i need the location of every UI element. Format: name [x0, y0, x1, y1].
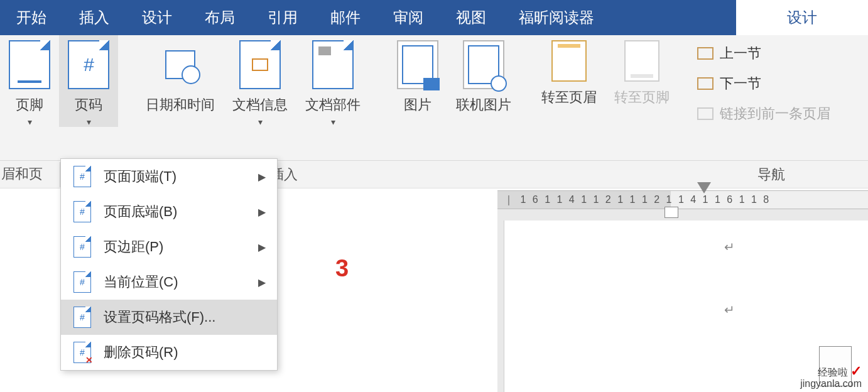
ruler-marks: ｜ 1 6 1 1 4 1 1 2 1 1 1 2 1 1 4 1 1 6 1 …	[504, 193, 771, 207]
next-section-icon	[697, 77, 713, 90]
goto-header-button[interactable]: 转至页眉	[533, 35, 605, 107]
format-page-icon: #	[73, 307, 91, 328]
remove-page-icon: #	[73, 342, 91, 363]
docinfo-button[interactable]: 文档信息 ▾	[224, 35, 296, 127]
datetime-icon	[160, 40, 201, 89]
chevron-down-icon: ▾	[87, 117, 91, 127]
menu-bottom-of-page[interactable]: # 页面底端(B) ▶	[61, 194, 277, 229]
docparts-button[interactable]: 文档部件 ▾	[296, 35, 369, 127]
chevron-right-icon: ▶	[258, 276, 266, 288]
picture-icon	[397, 40, 438, 89]
footer-button[interactable]: 页脚 ▾	[0, 35, 59, 127]
goto-header-icon	[551, 40, 587, 82]
menu-remove-label: 删除页码(R)	[104, 343, 178, 362]
watermark: 经验啦 ✓ jingyanla.com	[800, 366, 862, 389]
goto-footer-button[interactable]: 转至页脚	[605, 35, 678, 107]
chevron-right-icon: ▶	[258, 241, 266, 253]
page-number-icon: #	[68, 40, 109, 89]
tab-layout[interactable]: 布局	[188, 0, 251, 35]
group-label-nav: 导航	[757, 165, 785, 184]
next-section-label: 下一节	[720, 74, 761, 93]
page-top-icon: #	[73, 166, 91, 187]
tab-view[interactable]: 视图	[440, 0, 502, 35]
footer-icon	[9, 40, 50, 89]
ribbon-tabs: 开始 插入 设计 布局 引用 邮件 审阅 视图 福昕阅读器 设计	[0, 0, 868, 35]
menu-top-of-page[interactable]: # 页面顶端(T) ▶	[61, 159, 277, 194]
chevron-right-icon: ▶	[258, 206, 266, 218]
page-number-button[interactable]: # 页码 ▾	[59, 35, 118, 127]
tab-home[interactable]: 开始	[0, 0, 63, 35]
page-number-label: 页码	[75, 95, 102, 114]
page-margin-icon: #	[73, 236, 91, 258]
indent-marker[interactable]	[665, 207, 678, 218]
link-previous-button[interactable]: 链接到前一条页眉	[691, 102, 837, 126]
docinfo-label: 文档信息	[232, 95, 288, 114]
menu-format-label: 设置页码格式(F)...	[104, 308, 215, 327]
current-pos-icon: #	[73, 271, 91, 293]
ruler[interactable]: ｜ 1 6 1 1 4 1 1 2 1 1 1 2 1 1 4 1 1 6 1 …	[497, 190, 868, 209]
page-bottom-icon: #	[73, 201, 91, 222]
datetime-label: 日期和时间	[146, 95, 215, 114]
picture-button[interactable]: 图片	[388, 35, 447, 114]
watermark-line2: jingyanla.com	[800, 378, 862, 389]
paragraph-mark: ↵	[724, 239, 735, 254]
annotation-number: 3	[335, 255, 349, 282]
watermark-check: ✓	[850, 363, 862, 379]
goto-footer-icon	[624, 40, 659, 82]
docinfo-icon	[239, 40, 281, 89]
group-label-header-footer: 眉和页	[0, 162, 60, 187]
footer-label: 页脚	[16, 95, 43, 114]
menu-margin-label: 页边距(P)	[104, 237, 163, 256]
menu-bottom-label: 页面底端(B)	[104, 202, 177, 221]
docparts-icon	[312, 40, 354, 89]
tab-design1[interactable]: 设计	[126, 0, 188, 35]
menu-current-position[interactable]: # 当前位置(C) ▶	[61, 264, 277, 300]
tab-insert[interactable]: 插入	[63, 0, 126, 35]
tab-foxit[interactable]: 福昕阅读器	[502, 0, 610, 35]
ribbon: 页脚 ▾ # 页码 ▾ 日期和时间 文档信息 ▾ 文档部件 ▾	[0, 35, 868, 161]
docparts-label: 文档部件	[305, 95, 361, 114]
paragraph-mark: ↵	[724, 302, 735, 317]
chevron-down-icon: ▾	[331, 117, 335, 127]
goto-footer-label: 转至页脚	[614, 88, 670, 107]
tab-stop-marker[interactable]	[697, 182, 711, 193]
chevron-down-icon: ▾	[258, 117, 263, 127]
datetime-button[interactable]: 日期和时间	[137, 35, 224, 114]
link-previous-label: 链接到前一条页眉	[720, 104, 830, 123]
chevron-right-icon: ▶	[258, 171, 266, 183]
picture-label: 图片	[404, 95, 431, 114]
online-picture-button[interactable]: 联机图片	[447, 35, 520, 114]
goto-header-label: 转至页眉	[541, 88, 597, 107]
document-area[interactable]: ↵ ↵	[497, 209, 868, 392]
online-picture-label: 联机图片	[456, 95, 511, 114]
prev-section-icon	[697, 47, 713, 60]
prev-section-label: 上一节	[720, 44, 761, 63]
tab-references[interactable]: 引用	[251, 0, 314, 35]
link-previous-icon	[697, 107, 713, 120]
watermark-line1: 经验啦	[818, 367, 848, 378]
online-picture-icon	[463, 40, 504, 89]
menu-top-label: 页面顶端(T)	[104, 167, 176, 186]
menu-curpos-label: 当前位置(C)	[104, 273, 178, 291]
next-section-button[interactable]: 下一节	[691, 72, 837, 95]
chevron-down-icon: ▾	[28, 117, 32, 127]
prev-section-button[interactable]: 上一节	[691, 41, 837, 65]
tab-review[interactable]: 审阅	[377, 0, 440, 35]
tab-mail[interactable]: 邮件	[314, 0, 377, 35]
menu-page-margin[interactable]: # 页边距(P) ▶	[61, 229, 277, 264]
nav-group: 上一节 下一节 链接到前一条页眉	[691, 35, 837, 126]
menu-remove-page-numbers[interactable]: # 删除页码(R)	[61, 335, 277, 370]
tab-design-context[interactable]: 设计	[736, 0, 868, 35]
page-number-menu: # 页面顶端(T) ▶ # 页面底端(B) ▶ # 页边距(P) ▶ # 当前位…	[60, 158, 278, 371]
menu-format-page-numbers[interactable]: # 设置页码格式(F)...	[61, 300, 277, 335]
